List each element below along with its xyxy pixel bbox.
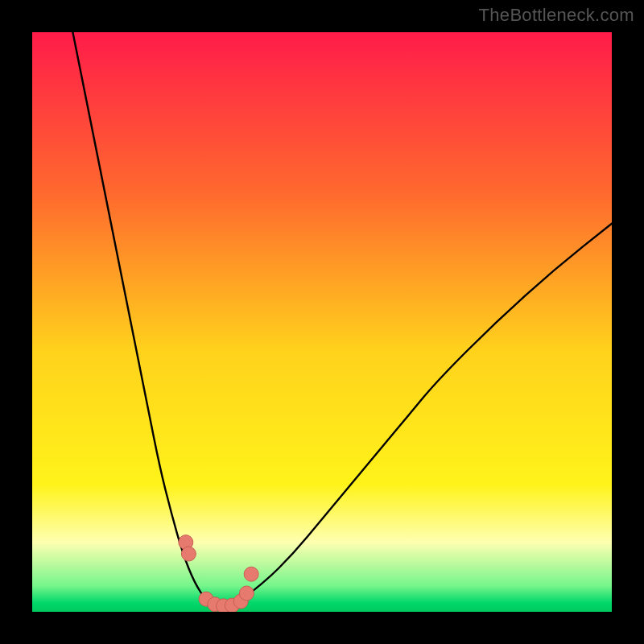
curve-layer bbox=[32, 32, 612, 612]
marker-dot bbox=[239, 586, 254, 601]
right-branch-curve bbox=[241, 224, 612, 601]
marker-dot bbox=[181, 547, 196, 561]
plot-area bbox=[32, 32, 612, 612]
left-branch-curve bbox=[72, 32, 206, 601]
watermark-text: TheBottleneck.com bbox=[479, 5, 634, 26]
marker-dot bbox=[244, 567, 258, 581]
chart-frame: TheBottleneck.com bbox=[0, 0, 644, 644]
